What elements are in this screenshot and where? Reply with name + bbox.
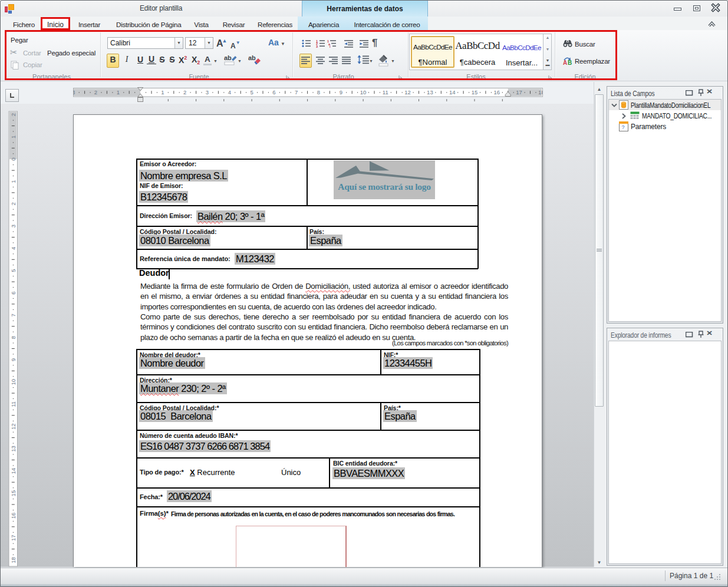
svg-text:15: 15 (10, 490, 17, 497)
svg-text:2: 2 (10, 113, 17, 116)
svg-text:3: 3 (206, 89, 209, 95)
svg-text:1: 1 (10, 136, 17, 138)
svg-text:2: 2 (183, 89, 186, 95)
svg-text:6: 6 (272, 89, 275, 95)
svg-text:4: 4 (10, 247, 17, 250)
svg-text:9: 9 (340, 89, 342, 95)
svg-text:1: 1 (117, 89, 120, 95)
svg-text:0: 0 (10, 158, 17, 161)
svg-text:11: 11 (10, 401, 17, 407)
svg-text:17: 17 (10, 535, 17, 541)
svg-text:10: 10 (360, 89, 367, 95)
svg-text:4: 4 (228, 89, 231, 95)
svg-text:18: 18 (10, 557, 17, 563)
svg-text:6: 6 (10, 291, 17, 294)
svg-text:2: 2 (94, 89, 97, 95)
svg-text:?: ? (622, 124, 625, 130)
svg-text:3: 3 (73, 89, 75, 95)
svg-text:8: 8 (317, 89, 320, 95)
svg-text:14: 14 (10, 468, 17, 474)
svg-text:16: 16 (494, 89, 500, 95)
svg-text:7: 7 (10, 314, 17, 316)
svg-text:12: 12 (404, 89, 411, 95)
svg-text:1: 1 (10, 180, 17, 183)
svg-text:10: 10 (10, 379, 17, 385)
svg-text:1: 1 (161, 89, 164, 95)
svg-text:18: 18 (538, 89, 543, 95)
svg-text:5: 5 (250, 89, 253, 95)
svg-text:13: 13 (427, 89, 433, 95)
svg-text:11: 11 (383, 89, 388, 95)
svg-text:13: 13 (10, 446, 17, 452)
svg-text:5: 5 (10, 269, 17, 272)
svg-text:7: 7 (295, 89, 298, 95)
svg-text:15: 15 (472, 89, 478, 95)
svg-text:17: 17 (516, 89, 522, 95)
svg-text:12: 12 (10, 423, 17, 430)
svg-text:2: 2 (10, 202, 17, 205)
svg-text:3: 3 (10, 225, 17, 227)
svg-text:16: 16 (10, 513, 17, 519)
svg-text:9: 9 (10, 358, 17, 361)
svg-text:14: 14 (449, 89, 456, 95)
svg-text:8: 8 (10, 336, 17, 339)
